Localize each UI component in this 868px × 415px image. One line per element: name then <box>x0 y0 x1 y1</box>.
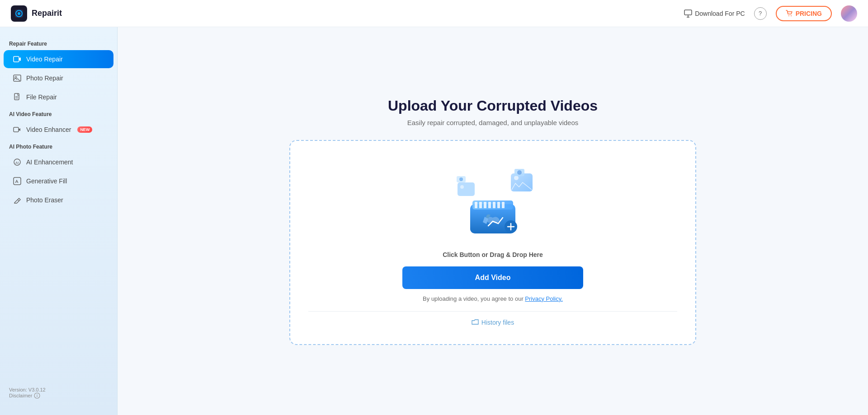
svg-point-35 <box>514 176 519 180</box>
sidebar-item-label: Generative Fill <box>26 177 67 185</box>
ai-photo-section-label: AI Photo Feature <box>0 139 117 153</box>
version-label: Version: V3.0.12 <box>9 387 108 392</box>
sidebar-item-label: Photo Eraser <box>26 196 63 204</box>
help-button[interactable]: ? <box>754 7 767 20</box>
sidebar-item-label: AI Enhancement <box>26 159 73 166</box>
svg-rect-38 <box>458 182 475 196</box>
svg-point-10 <box>15 76 17 78</box>
header: Repairit Download For PC ? PRICING <box>0 0 868 27</box>
header-actions: Download For PC ? PRICING <box>684 5 857 22</box>
upload-illustration <box>448 163 538 242</box>
svg-rect-28 <box>493 202 495 208</box>
new-badge: NEW <box>77 126 92 133</box>
main-layout: Repair Feature Video Repair Photo Repair <box>0 27 868 415</box>
svg-point-7 <box>791 15 792 16</box>
sidebar-item-file-repair[interactable]: File Repair <box>4 88 113 106</box>
user-avatar[interactable] <box>841 5 857 22</box>
sidebar-item-generative-fill[interactable]: Generative Fill <box>4 172 113 190</box>
info-icon <box>34 392 40 399</box>
svg-rect-3 <box>684 10 692 15</box>
svg-line-18 <box>18 200 19 201</box>
repair-section-label: Repair Feature <box>0 36 117 50</box>
svg-point-21 <box>37 394 38 395</box>
svg-rect-26 <box>484 202 486 208</box>
privacy-notice: By uploading a video, you agree to our P… <box>423 295 563 302</box>
sidebar-item-label: File Repair <box>26 93 57 101</box>
file-repair-icon <box>13 93 22 102</box>
svg-point-41 <box>459 177 463 181</box>
sidebar-item-ai-enhancement[interactable]: AI AI Enhancement <box>4 153 113 171</box>
svg-rect-30 <box>502 202 505 208</box>
generative-fill-icon <box>13 177 22 186</box>
sidebar-item-label: Photo Repair <box>26 75 63 82</box>
video-repair-icon <box>13 55 22 64</box>
monitor-icon <box>684 9 692 18</box>
page-title: Upload Your Corrupted Videos <box>388 98 598 114</box>
svg-point-37 <box>517 170 522 175</box>
logo-icon <box>11 5 27 22</box>
logo: Repairit <box>11 5 62 22</box>
svg-point-2 <box>18 12 20 15</box>
sidebar: Repair Feature Video Repair Photo Repair <box>0 27 118 415</box>
video-enhancer-icon <box>13 125 22 134</box>
download-label: Download For PC <box>695 10 745 17</box>
page-subtitle: Easily repair corrupted, damaged, and un… <box>407 119 579 126</box>
sidebar-item-photo-repair[interactable]: Photo Repair <box>4 69 113 87</box>
sidebar-item-video-enhancer[interactable]: Video Enhancer NEW <box>4 121 113 139</box>
photo-eraser-icon <box>13 196 22 205</box>
content-area: Upload Your Corrupted Videos Easily repa… <box>118 27 868 415</box>
privacy-policy-link[interactable]: Privacy Policy. <box>525 295 563 302</box>
history-files-button[interactable]: History files <box>472 319 514 326</box>
privacy-text-before: By uploading a video, you agree to our <box>423 295 525 302</box>
add-video-button[interactable]: Add Video <box>402 266 583 289</box>
sidebar-item-photo-eraser[interactable]: Photo Eraser <box>4 191 113 209</box>
divider <box>308 311 677 312</box>
photo-repair-icon <box>13 74 22 83</box>
drop-text: Click Button or Drag & Drop Here <box>443 251 543 258</box>
upload-dropzone[interactable]: Click Button or Drag & Drop Here Add Vid… <box>289 140 696 345</box>
svg-point-39 <box>460 185 464 189</box>
pricing-label: PRICING <box>796 10 822 17</box>
folder-icon <box>472 319 479 326</box>
svg-rect-8 <box>14 56 19 62</box>
download-pc-button[interactable]: Download For PC <box>684 9 745 18</box>
sidebar-item-label: Video Repair <box>26 56 63 63</box>
cart-icon <box>786 10 793 17</box>
pricing-button[interactable]: PRICING <box>776 6 832 21</box>
logo-text: Repairit <box>32 9 62 18</box>
sidebar-item-video-repair[interactable]: Video Repair <box>4 50 113 68</box>
disclaimer-label: Disclaimer <box>9 393 32 398</box>
svg-rect-24 <box>475 202 477 208</box>
sidebar-footer: Version: V3.0.12 Disclaimer <box>0 380 117 406</box>
ai-video-section-label: AI Video Feature <box>0 107 117 120</box>
svg-rect-25 <box>479 202 482 208</box>
svg-rect-14 <box>14 127 19 132</box>
svg-text:AI: AI <box>15 161 19 165</box>
sidebar-item-label: Video Enhancer <box>26 126 71 133</box>
disclaimer-button[interactable]: Disclaimer <box>9 392 108 399</box>
svg-rect-29 <box>497 202 500 208</box>
svg-point-6 <box>788 15 789 16</box>
history-files-label: History files <box>481 319 514 326</box>
ai-enhancement-icon: AI <box>13 158 22 167</box>
svg-rect-27 <box>488 202 491 208</box>
